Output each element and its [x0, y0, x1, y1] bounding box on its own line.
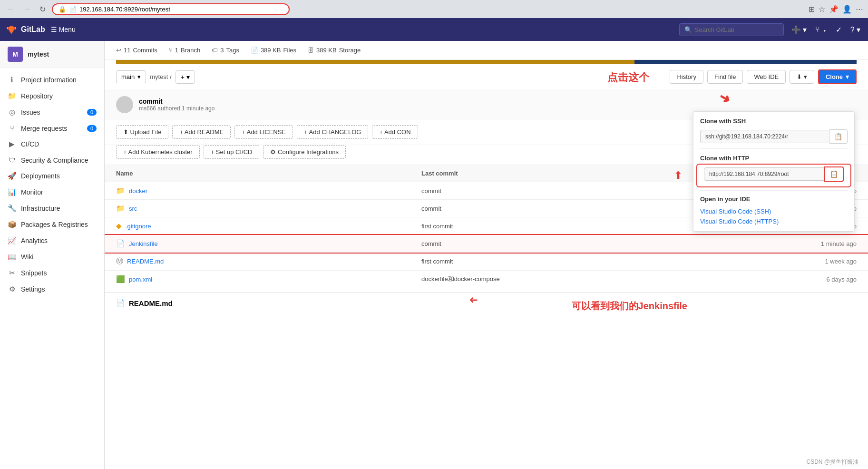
sidebar-item-project-information[interactable]: ℹ Project information — [0, 72, 104, 88]
add-con-button[interactable]: + Add CON — [372, 125, 418, 139]
file-name[interactable]: 📁 src — [116, 204, 399, 213]
folder-icon: 📁 — [116, 186, 125, 195]
readme-file-name[interactable]: Ⓜ README.md — [116, 257, 399, 266]
web-ide-button[interactable]: Web IDE — [747, 70, 786, 84]
file-link[interactable]: src — [129, 205, 137, 212]
sidebar-item-merge-requests[interactable]: ⑂ Merge requests 0 — [0, 120, 104, 136]
sidebar-item-cicd[interactable]: ▶ CI/CD — [0, 136, 104, 152]
sidebar-item-infrastructure[interactable]: 🔧 Infrastructure — [0, 200, 104, 216]
clone-ssh-copy-button[interactable]: 📋 — [829, 129, 848, 144]
file-name[interactable]: 📁 docker — [116, 186, 399, 195]
branch-chevron-icon: ▾ — [137, 73, 141, 80]
sidebar-item-snippets[interactable]: ✂ Snippets — [0, 265, 104, 281]
vscode-https-link[interactable]: Visual Studio Code (HTTPS) — [700, 216, 848, 226]
sidebar-item-analytics[interactable]: 📈 Analytics — [0, 233, 104, 249]
clone-ssh-title: Clone with SSH — [693, 112, 854, 127]
storage-icon: 🗄 — [308, 47, 314, 54]
back-button[interactable]: ← — [5, 4, 17, 14]
project-header: M mytest — [0, 41, 104, 68]
file-link[interactable]: docker — [129, 187, 147, 195]
security-icon: 🔒 — [59, 6, 66, 13]
find-file-button[interactable]: Find file — [707, 70, 743, 84]
help-button[interactable]: ? ▾ — [848, 23, 862, 36]
clone-chevron-icon: ▾ — [846, 73, 849, 80]
search-input[interactable] — [695, 26, 779, 33]
file-link[interactable]: pom.xml — [129, 276, 152, 283]
todos-button[interactable]: ✓ — [834, 23, 844, 36]
sidebar-item-deployments[interactable]: 🚀 Deployments — [0, 168, 104, 184]
gitlab-logo[interactable]: GitLab — [6, 24, 45, 35]
commits-count: 11 — [124, 47, 130, 54]
sidebar-item-settings[interactable]: ⚙ Settings — [0, 281, 104, 297]
file-link[interactable]: Jenkinsfile — [129, 240, 158, 247]
project-name: mytest — [28, 50, 49, 58]
repo-stats: ↩ 11 Commits ⑂ 1 Branch 🏷 3 Tags 📄 389 K… — [105, 41, 868, 60]
file-name[interactable]: ◆ .gitignore — [116, 222, 399, 230]
sidebar-item-issues[interactable]: ◎ Issues 0 — [0, 104, 104, 120]
url-input[interactable] — [79, 6, 283, 13]
readme-title-text: README.md — [129, 299, 173, 307]
branch-selector[interactable]: main ▾ — [116, 70, 146, 83]
file-link[interactable]: .gitignore — [126, 223, 151, 230]
file-name-cell: Ⓜ README.md — [105, 253, 410, 271]
file-name-cell: 🟩 pom.xml — [105, 271, 410, 288]
storage-label: Storage — [339, 47, 361, 54]
vscode-ssh-link[interactable]: Visual Studio Code (SSH) — [700, 206, 848, 216]
upload-file-button[interactable]: ⬆ Upload File — [116, 125, 168, 139]
extensions-icon: ⊞ — [809, 5, 815, 14]
configure-integrations-button[interactable]: ⚙ Configure Integrations — [263, 145, 346, 159]
storage-stat: 🗄 389 KB Storage — [308, 47, 361, 54]
global-search: 🔍 — [679, 23, 784, 36]
add-kubernetes-button[interactable]: + Add Kubernetes cluster — [116, 145, 200, 159]
file-name-cell: 📁 src — [105, 200, 410, 217]
gitlab-header: GitLab ☰ Menu 🔍 ➕ ▾ ⑂ ▾ ✓ ? ▾ — [0, 18, 868, 41]
deployments-icon: 🚀 — [8, 172, 16, 180]
pin-icon: 📌 — [829, 5, 839, 14]
history-button[interactable]: History — [670, 70, 703, 84]
table-row: Ⓜ README.md first commit 1 week ago — [105, 253, 868, 271]
sidebar-label: Analytics — [21, 237, 48, 244]
files-icon: 📄 — [251, 47, 258, 54]
download-button[interactable]: ⬇ ▾ — [790, 70, 814, 84]
main-content: ↩ 11 Commits ⑂ 1 Branch 🏷 3 Tags 📄 389 K… — [105, 41, 868, 469]
sidebar: M mytest ℹ Project information 📁 Reposit… — [0, 41, 105, 469]
sidebar-item-monitor[interactable]: 📊 Monitor — [0, 184, 104, 200]
wiki-icon: 📖 — [8, 253, 16, 261]
new-item-button[interactable]: ➕ ▾ — [790, 23, 809, 36]
sidebar-item-repository[interactable]: 📁 Repository — [0, 88, 104, 104]
files-label: Files — [283, 47, 296, 54]
add-license-button[interactable]: + Add LICENSE — [234, 125, 293, 139]
file-link[interactable]: README.md — [127, 258, 164, 265]
sidebar-label: Settings — [21, 285, 45, 293]
file-name-cell: 📁 docker — [105, 182, 410, 200]
table-row: 🟩 pom.xml dockerfile和docker-compose 6 da… — [105, 271, 868, 288]
sidebar-nav: ℹ Project information 📁 Repository ◎ Iss… — [0, 68, 104, 301]
pom-file-name[interactable]: 🟩 pom.xml — [116, 275, 399, 283]
add-changelog-button[interactable]: + Add CHANGELOG — [297, 125, 368, 139]
clone-button[interactable]: Clone ▾ — [818, 69, 857, 84]
forward-button[interactable]: → — [21, 4, 33, 14]
menu-icon: ☰ — [51, 26, 57, 33]
sidebar-label: Monitor — [21, 188, 43, 196]
jenkinsfile-name[interactable]: 📄 Jenkinsfile — [116, 239, 399, 248]
browser-actions: ⊞ ☆ 📌 👤 ⋯ — [809, 5, 863, 14]
clone-http-copy-button[interactable]: 📋 — [824, 166, 844, 182]
menu-button[interactable]: ☰ Menu — [51, 26, 76, 33]
clone-ssh-input[interactable] — [700, 130, 829, 143]
path-add-button[interactable]: + ▾ — [176, 70, 195, 84]
last-commit-cell: commit — [410, 235, 753, 253]
project-avatar: M — [8, 47, 23, 62]
reload-button[interactable]: ↻ — [37, 4, 48, 15]
commits-stat: ↩ 11 Commits — [116, 47, 157, 54]
tags-icon: 🏷 — [212, 47, 218, 54]
sidebar-label: Project information — [21, 76, 77, 84]
sidebar-item-packages-registries[interactable]: 📦 Packages & Registries — [0, 216, 104, 233]
merge-requests-header-button[interactable]: ⑂ ▾ — [813, 23, 829, 36]
clone-http-input[interactable] — [704, 167, 824, 181]
security-shield-icon: 🛡 — [8, 156, 16, 164]
sidebar-item-wiki[interactable]: 📖 Wiki — [0, 249, 104, 265]
sidebar-item-security-compliance[interactable]: 🛡 Security & Compliance — [0, 152, 104, 168]
add-readme-button[interactable]: + Add README — [172, 125, 231, 139]
setup-cicd-button[interactable]: + Set up CI/CD — [204, 145, 260, 159]
merge-icon: ⑂ — [8, 124, 16, 132]
